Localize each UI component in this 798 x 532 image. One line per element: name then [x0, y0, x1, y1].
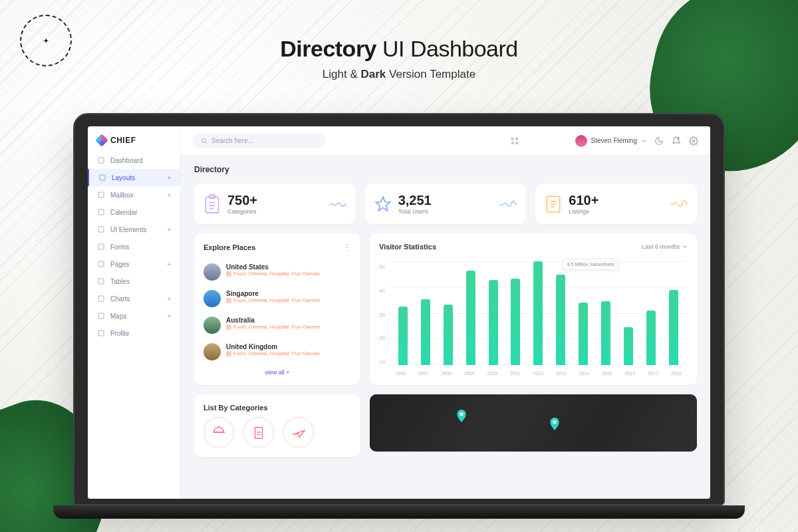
chart-bar[interactable]	[669, 290, 678, 365]
stat-row: 750+Categories 3,251Total Users 610+List	[194, 184, 697, 224]
more-icon[interactable]: ⋮	[343, 243, 351, 252]
hotel-icon[interactable]	[243, 417, 274, 448]
chart-bar[interactable]	[579, 303, 588, 365]
nav-icon	[97, 191, 105, 199]
svg-rect-8	[98, 296, 104, 301]
chart-bar[interactable]	[444, 305, 453, 365]
place-item[interactable]: SingaporeFood, Cinema, Hospital, Fun Gam…	[203, 285, 351, 312]
nav-icon	[97, 260, 105, 268]
place-item[interactable]: United StatesFood, Cinema, Hospital, Fun…	[203, 259, 351, 285]
sidebar-item-pages[interactable]: Pages+	[88, 255, 180, 273]
svg-point-37	[460, 412, 463, 416]
sparkline	[329, 194, 346, 214]
chart-bar[interactable]	[466, 271, 475, 365]
chart-bar[interactable]	[556, 275, 565, 365]
user-menu[interactable]: Steven Fleming	[575, 135, 646, 147]
svg-rect-31	[255, 428, 263, 439]
nav-icon	[97, 295, 105, 303]
svg-point-17	[677, 137, 680, 140]
sidebar-item-layouts[interactable]: Layouts+	[88, 169, 180, 186]
chart-bar[interactable]	[489, 280, 498, 365]
sidebar-item-calendar[interactable]: Calendar	[88, 203, 180, 221]
stat-users: 3,251Total Users	[365, 184, 527, 224]
explore-places-card: Explore Places ⋮ United StatesFood, Cine…	[194, 233, 360, 385]
y-axis: 5040302010	[379, 261, 389, 376]
sparkline	[670, 194, 688, 214]
bell-icon[interactable]	[672, 136, 681, 146]
place-item[interactable]: AustraliaFood, Cinema, Hospital, Fun Gam…	[203, 312, 351, 338]
sparkline	[499, 194, 517, 214]
svg-rect-15	[511, 142, 513, 144]
nav-icon	[97, 277, 105, 285]
svg-rect-5	[98, 244, 104, 249]
place-thumb	[203, 317, 221, 334]
travel-icon[interactable]	[283, 417, 314, 448]
visitor-stats-card: Visitor Statistics Last 6 months 8.5 Mil…	[370, 233, 697, 385]
moon-icon[interactable]	[654, 136, 664, 146]
search-icon	[201, 138, 207, 144]
brand-name: CHIEF	[110, 136, 136, 145]
sidebar-item-mailbox[interactable]: Mailbox+	[88, 186, 180, 203]
search-input[interactable]: Search here...	[193, 133, 326, 148]
sidebar-item-forms[interactable]: Forms	[88, 238, 180, 255]
svg-rect-6	[98, 261, 104, 267]
categories-title: List By Categories	[203, 404, 351, 412]
sidebar-item-tables[interactable]: Tables	[88, 273, 180, 290]
map-card[interactable]	[370, 394, 697, 452]
svg-rect-9	[98, 313, 104, 319]
svg-point-18	[692, 140, 695, 142]
chart-bar[interactable]	[624, 327, 633, 365]
nav-icon	[97, 312, 105, 320]
chart-bar[interactable]	[421, 299, 430, 365]
chart-bar[interactable]	[601, 301, 610, 365]
categories-card: List By Categories	[194, 394, 360, 457]
chart-bar[interactable]	[511, 279, 520, 365]
svg-rect-13	[511, 137, 513, 140]
svg-rect-4	[98, 227, 104, 232]
gear-icon[interactable]	[689, 136, 698, 146]
hero-subtitle: Light & Dark Version Template	[0, 68, 798, 81]
expand-icon: +	[167, 226, 171, 233]
food-icon[interactable]	[203, 417, 234, 448]
topbar: Search here... Steven Fleming	[181, 126, 710, 156]
sidebar-item-profile[interactable]: Profile	[88, 325, 180, 342]
place-item[interactable]: United KingdomFood, Cinema, Hospital, Fu…	[203, 338, 351, 365]
svg-rect-14	[515, 137, 518, 140]
chart-bar[interactable]	[533, 261, 543, 365]
grid-icon[interactable]	[510, 136, 519, 146]
place-thumb	[203, 263, 221, 281]
sidebar-item-maps[interactable]: Maps+	[88, 307, 180, 325]
sidebar-item-dashboard[interactable]: Dashboard	[88, 152, 180, 169]
clipboard-icon	[203, 194, 221, 214]
main: Search here... Steven Fleming	[181, 126, 710, 499]
sidebar-item-charts[interactable]: Charts+	[88, 290, 180, 307]
svg-point-38	[553, 420, 556, 424]
nav-icon	[97, 208, 105, 216]
tag-icon	[226, 271, 231, 277]
map-pin-icon	[456, 409, 467, 424]
chevron-down-icon	[641, 138, 646, 144]
svg-rect-16	[515, 142, 518, 144]
user-name: Steven Fleming	[591, 137, 637, 144]
view-all-link[interactable]: view all +	[203, 365, 351, 376]
range-select[interactable]: Last 6 months	[642, 243, 688, 250]
svg-rect-10	[98, 331, 104, 336]
tag-icon	[226, 325, 231, 330]
sidebar-item-ui-elements[interactable]: UI Elements+	[88, 221, 180, 238]
star-icon	[374, 194, 392, 214]
expand-icon: +	[167, 261, 171, 268]
expand-icon: +	[167, 174, 171, 182]
nav-icon	[98, 174, 106, 182]
sidebar: CHIEF DashboardLayouts+Mailbox+CalendarU…	[88, 126, 181, 499]
nav-icon	[97, 225, 105, 233]
svg-rect-19	[205, 197, 218, 213]
nav-icon	[97, 156, 105, 164]
svg-rect-0	[98, 158, 104, 163]
svg-point-11	[202, 138, 206, 142]
brand[interactable]: CHIEF	[88, 126, 180, 152]
svg-rect-1	[100, 175, 105, 180]
brand-logo-icon	[95, 134, 108, 147]
chart-bar[interactable]	[398, 307, 408, 365]
map-pin-icon	[549, 417, 560, 432]
chart-bar[interactable]	[646, 311, 656, 365]
